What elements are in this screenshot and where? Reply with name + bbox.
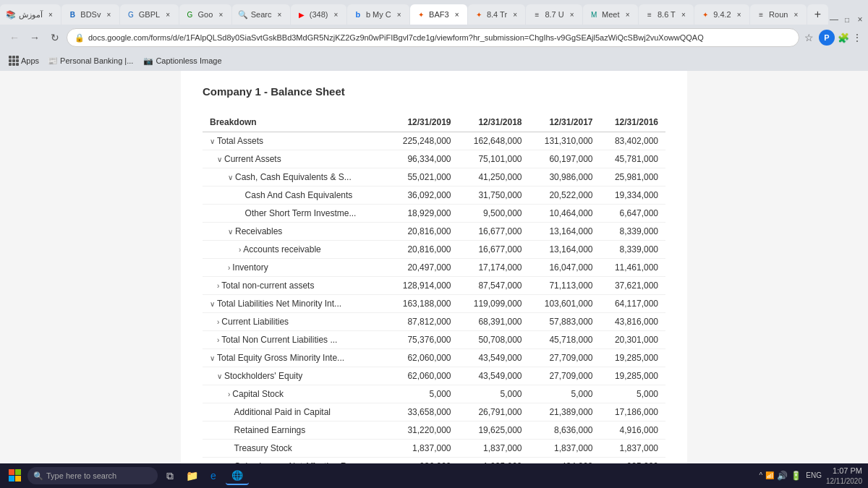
table-cell-value: 26,791,000 bbox=[459, 403, 529, 421]
tab-close-baf3[interactable]: × bbox=[452, 9, 462, 20]
network-icon[interactable]: 📶 bbox=[765, 471, 774, 479]
bookmark-personal-banking[interactable]: 📰 Personal Banking |... bbox=[45, 55, 136, 67]
refresh-button[interactable]: ↻ bbox=[46, 29, 64, 46]
taskbar-right-area: ^ 📶 🔊 🔋 ENG 1:07 PM 12/11/2020 bbox=[760, 466, 862, 485]
back-button[interactable]: ← bbox=[6, 29, 23, 46]
table-cell-value: 4,916,000 bbox=[600, 421, 666, 440]
clock: 1:07 PM 12/11/2020 bbox=[826, 466, 862, 485]
table-cell-value: 41,250,000 bbox=[459, 168, 529, 187]
taskbar-search-box[interactable]: 🔍 Type here to search bbox=[27, 467, 158, 484]
tab-close-roun[interactable]: × bbox=[791, 9, 801, 20]
tab-baf3[interactable]: ✦ BAF3 × bbox=[410, 4, 467, 25]
start-button[interactable] bbox=[6, 466, 25, 485]
tab-close-bdsv[interactable]: × bbox=[103, 9, 114, 20]
tab-close-gbpl[interactable]: × bbox=[163, 9, 173, 20]
tab-close-86t[interactable]: × bbox=[678, 9, 689, 20]
tab-close-myc[interactable]: × bbox=[394, 9, 404, 20]
menu-button[interactable]: ⋮ bbox=[852, 32, 862, 43]
volume-icon[interactable]: 🔊 bbox=[777, 471, 788, 481]
table-cell-value: 37,621,000 bbox=[600, 277, 666, 295]
tab-goo[interactable]: G Goo × bbox=[179, 4, 231, 25]
address-bar[interactable]: 🔒 docs.google.com/forms/d/e/1FAlpQLSd8y0… bbox=[67, 28, 799, 47]
tab-search[interactable]: 🔍 Searc × bbox=[232, 4, 290, 25]
bookmarks-list: 📰 Personal Banking |... 📷 Captionless Im… bbox=[45, 55, 224, 67]
table-cell-value: 1,837,000 bbox=[459, 440, 529, 458]
table-cell-value: 9,500,000 bbox=[459, 205, 529, 223]
svg-rect-0 bbox=[9, 469, 14, 475]
apps-grid-icon bbox=[9, 56, 19, 66]
tab-amozesh[interactable]: 📚 آموزش × bbox=[0, 4, 61, 25]
tab-favicon-gbpl: G bbox=[126, 9, 136, 20]
tab-942[interactable]: ✦ 9.4.2 × bbox=[694, 4, 749, 25]
tab-yt[interactable]: ▶ (348) × bbox=[291, 4, 346, 25]
table-cell-value: 6,647,000 bbox=[600, 205, 666, 223]
tab-label-bdsv: BDSv bbox=[80, 10, 101, 19]
tab-label-goo: Goo bbox=[198, 10, 213, 19]
table-cell-value: 19,334,000 bbox=[600, 187, 666, 205]
tab-close-87u[interactable]: × bbox=[567, 9, 577, 20]
tab-close-meet[interactable]: × bbox=[623, 9, 633, 20]
close-button[interactable]: × bbox=[855, 14, 865, 25]
tab-close-search[interactable]: × bbox=[274, 9, 284, 20]
apps-button[interactable]: Apps bbox=[6, 54, 42, 67]
table-cell-value: 162,648,000 bbox=[459, 132, 529, 150]
file-explorer-button[interactable]: 📁 bbox=[182, 466, 201, 485]
tab-label-search: Searc bbox=[251, 10, 272, 19]
chrome-taskbar-app[interactable]: 🌐 bbox=[226, 466, 249, 485]
tab-label-yt: (348) bbox=[310, 10, 328, 19]
tab-meet[interactable]: M Meet × bbox=[583, 4, 638, 25]
bookmark-star-icon[interactable]: ☆ bbox=[802, 32, 816, 43]
tab-close-84tr[interactable]: × bbox=[510, 9, 520, 20]
forward-button[interactable]: → bbox=[26, 29, 43, 46]
profile-button[interactable]: P bbox=[819, 30, 835, 46]
tab-bdsv[interactable]: B BDSv × bbox=[61, 4, 119, 25]
system-icons: ^ 📶 🔊 🔋 bbox=[760, 471, 802, 481]
balance-sheet-table: Breakdown 12/31/2019 12/31/2018 12/31/20… bbox=[203, 113, 665, 463]
extension-button[interactable]: 🧩 bbox=[838, 33, 849, 43]
table-row: ∨Total Liabilities Net Minority Int...16… bbox=[203, 295, 665, 313]
tab-close-yt[interactable]: × bbox=[331, 9, 341, 20]
col-header-2018: 12/31/2018 bbox=[459, 113, 529, 132]
tab-87u[interactable]: ≡ 8.7 U × bbox=[526, 4, 582, 25]
table-cell-value: -986,000 bbox=[388, 458, 459, 464]
table-cell-value: 50,708,000 bbox=[459, 331, 529, 349]
tab-myc[interactable]: b b My C × bbox=[347, 4, 409, 25]
tab-close-942[interactable]: × bbox=[734, 9, 744, 20]
table-cell-value: 96,334,000 bbox=[388, 150, 459, 168]
tab-gbpl[interactable]: G GBPL × bbox=[120, 4, 179, 25]
tab-label-amozesh: آموزش bbox=[19, 10, 43, 20]
table-cell-value: 20,522,000 bbox=[529, 187, 600, 205]
tab-favicon-yt: ▶ bbox=[297, 9, 307, 20]
table-row: ›Inventory20,497,00017,174,00016,047,000… bbox=[203, 259, 665, 277]
tab-86t[interactable]: ≡ 8.6 T × bbox=[639, 4, 694, 25]
table-cell-value: 11,461,000 bbox=[600, 259, 666, 277]
table-cell-value: 20,497,000 bbox=[388, 259, 459, 277]
table-cell-value: 87,812,000 bbox=[388, 313, 459, 331]
language-text: ENG bbox=[806, 471, 822, 479]
table-cell-value: 8,339,000 bbox=[600, 241, 666, 259]
table-cell-value: 128,914,000 bbox=[388, 277, 459, 295]
table-row: ∨Stockholders' Equity62,060,00043,549,00… bbox=[203, 367, 665, 385]
task-view-button[interactable]: ⧉ bbox=[161, 466, 179, 485]
restore-button[interactable]: □ bbox=[842, 14, 852, 25]
table-row: Gains Losses Not Affecting Re...-986,000… bbox=[203, 458, 665, 464]
new-tab-button[interactable]: + bbox=[807, 4, 828, 25]
bookmark-captionless[interactable]: 📷 Captionless Image bbox=[140, 55, 224, 67]
tab-label-baf3: BAF3 bbox=[429, 10, 449, 19]
table-cell-value: 55,021,000 bbox=[388, 168, 459, 187]
table-cell-value: 62,060,000 bbox=[388, 349, 459, 367]
minimize-button[interactable]: — bbox=[829, 14, 839, 25]
tab-close-amozesh[interactable]: × bbox=[46, 9, 56, 20]
tab-84tr[interactable]: ✦ 8.4 Tr × bbox=[468, 4, 525, 25]
table-cell-value: 75,101,000 bbox=[459, 150, 529, 168]
lock-icon: 🔒 bbox=[75, 33, 85, 43]
chevron-icon[interactable]: ^ bbox=[760, 471, 763, 479]
edge-button[interactable]: e bbox=[204, 466, 223, 485]
table-cell-value: 57,883,000 bbox=[529, 313, 600, 331]
table-cell-value: 36,092,000 bbox=[388, 187, 459, 205]
tab-roun[interactable]: ≡ Roun × bbox=[750, 4, 807, 25]
tab-close-goo[interactable]: × bbox=[216, 9, 226, 20]
table-cell-value: 71,113,000 bbox=[529, 277, 600, 295]
table-cell-value: 5,000 bbox=[600, 385, 666, 403]
tab-label-84tr: 8.4 Tr bbox=[487, 10, 507, 19]
